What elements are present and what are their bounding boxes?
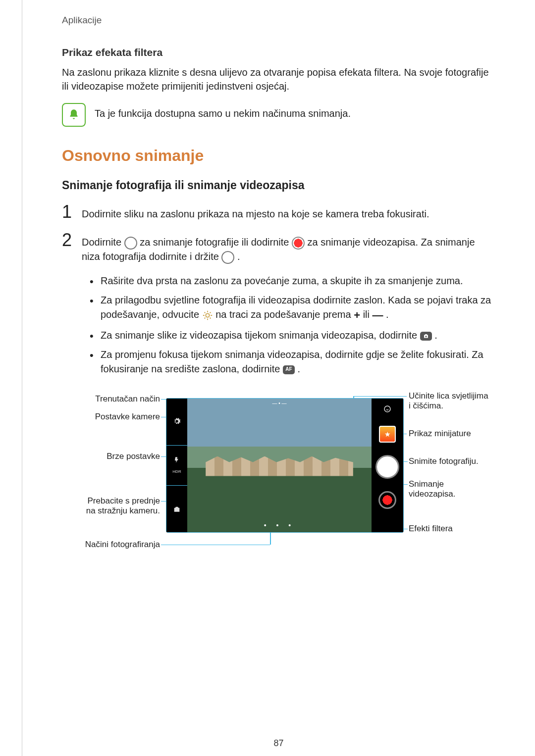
switch-camera-icon[interactable] [166,502,187,517]
text-fragment: za snimanje fotografije ili dodirnite [140,237,292,248]
note-icon [62,103,86,127]
text-line: i čišćima. [409,401,443,410]
right-toolbar [372,399,403,532]
capture-from-video-icon [420,332,432,341]
flash-icon [173,456,180,463]
shutter-icon [221,251,234,264]
mode-pager-dots: • • • [187,521,372,529]
svg-point-2 [384,406,390,412]
camera-ui-diagram: Trenutačan način Postavke kamere Brze po… [62,388,495,566]
step-2: 2 Dodirnite za snimanje fotografije ili … [62,231,495,264]
mode-indicator: — • — [187,401,372,406]
left-toolbar: HDR [166,399,187,532]
step-1: 1 Dodirnite sliku na zaslonu prikaza na … [62,203,495,221]
heading-basic-shooting: Osnovno snimanje [62,147,495,165]
callout-record: Snimanje videozapisa. [409,479,456,499]
callout-current-mode: Trenutačan način [81,394,160,404]
callout-beauty: Učinite lica svjetlijima i čišćima. [409,391,488,411]
callout-quick-settings: Brze postavke [81,452,160,461]
callout-thumbnail: Prikaz minijature [409,429,471,439]
quick-settings-group[interactable]: HDR [166,446,187,485]
text-fragment: Dodirnite [82,237,124,248]
heading-filter: Prikaz efekata filtera [62,47,495,58]
scene-illustration [206,456,353,476]
page-number: 87 [22,738,535,749]
thumbnail-preview[interactable] [372,426,403,443]
text-fragment: . [237,251,240,262]
settings-gear-icon[interactable] [166,414,187,429]
hdr-label: HDR [172,469,181,474]
breadcrumb: Aplikacije [62,15,495,26]
shutter-button[interactable] [372,455,403,479]
note-text: Ta je funkcija dostupna samo u nekim nač… [95,103,351,119]
step-number: 1 [62,203,75,221]
step-body: Dodirnite za snimanje fotografije ili do… [82,231,495,264]
text-line: na stražnju kameru. [86,506,160,515]
shutter-icon [124,237,137,250]
bullet-item: Za snimanje slike iz videozapisa tijekom… [101,328,495,343]
callout-camera-settings: Postavke kamere [81,412,160,422]
callout-take-photo: Snimite fotografiju. [409,456,479,466]
text-fragment: ili [363,309,373,320]
text-fragment: . [298,363,301,374]
text-line: videozapisa. [409,489,456,499]
callout-filter-effects: Efekti filtera [409,524,453,534]
viewfinder[interactable]: — • — • • • [187,399,372,532]
text-fragment: na traci za podešavanje prema [215,309,354,320]
minus-icon: — [373,307,383,323]
text-line: Učinite lica svjetlijima [409,391,488,401]
filter-body-text: Na zaslonu prikaza kliznite s desna ulij… [62,65,495,93]
text-line: Snimanje [409,479,444,489]
brightness-slider-icon [202,310,213,321]
callout-switch-camera: Prebacite s prednje na stražnju kameru. [72,496,160,516]
step-number: 2 [62,231,75,264]
svg-point-0 [206,313,209,317]
beauty-icon[interactable] [372,404,403,413]
step-body: Dodirnite sliku na zaslonu prikaza na mj… [82,203,429,221]
callout-shooting-modes: Načini fotografiranja [72,540,160,550]
bullet-list: Raširite dva prsta na zaslonu za povećan… [86,274,495,376]
af-lock-icon: AF [283,365,295,374]
record-icon [292,237,305,250]
camera-preview-mock: HDR — • — • • • [166,398,404,533]
bullet-item: Za promjenu fokusa tijekom snimanja vide… [101,348,495,376]
bullet-item: Raširite dva prsta na zaslonu za povećan… [101,274,495,288]
text-fragment: . [434,330,437,341]
bullet-item: Za prilagodbu svjetline fotografija ili … [101,293,495,323]
heading-photo-video: Snimanje fotografija ili snimanje videoz… [62,179,495,192]
svg-point-1 [425,336,427,337]
record-button[interactable] [372,491,403,509]
note-row: Ta je funkcija dostupna samo u nekim nač… [62,103,495,127]
text-fragment: . [386,309,389,320]
text-line: Prebacite s prednje [88,496,160,505]
text-fragment: Za snimanje slike iz videozapisa tijekom… [101,330,420,341]
plus-icon: + [354,307,360,323]
